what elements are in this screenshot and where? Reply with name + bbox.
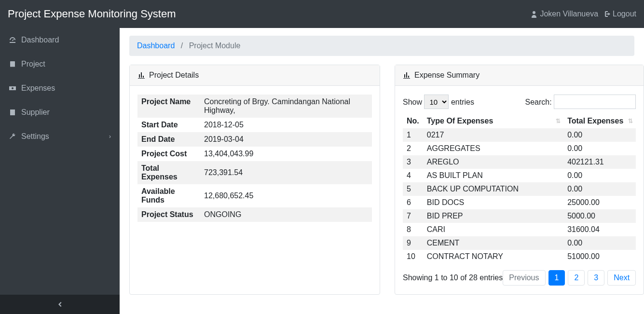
user-name: Joken Villanueva bbox=[540, 10, 598, 18]
datatable-controls: Show 10 entries Search: bbox=[403, 95, 636, 109]
sidebar-item-project[interactable]: Project bbox=[0, 52, 120, 76]
pagination-page-1[interactable]: 1 bbox=[548, 270, 565, 286]
project-detail-value: 12,680,652.45 bbox=[200, 184, 372, 207]
project-detail-label: Project Name bbox=[137, 95, 200, 118]
cell-no: 8 bbox=[403, 223, 423, 236]
project-detail-row: Start Date2018-12-05 bbox=[137, 118, 372, 132]
sidebar-item-supplier[interactable]: Supplier bbox=[0, 100, 120, 124]
cell-no: 2 bbox=[403, 142, 423, 155]
cell-type: AGGREGATES bbox=[423, 142, 563, 155]
cell-total: 51000.00 bbox=[563, 250, 636, 263]
project-detail-label: Total Expenses bbox=[137, 161, 200, 184]
project-detail-value: 2018-12-05 bbox=[200, 118, 372, 132]
project-details-card: Project Details Project NameConcreting o… bbox=[129, 65, 380, 295]
datatable-footer: Showing 1 to 10 of 28 entries Previous12… bbox=[403, 270, 636, 286]
cell-type: CONTRACT NOTARY bbox=[423, 250, 563, 263]
cell-total: 0.00 bbox=[563, 142, 636, 155]
cell-total: 402121.31 bbox=[563, 155, 636, 169]
breadcrumb-home[interactable]: Dashboard bbox=[137, 41, 175, 50]
project-detail-label: Project Status bbox=[137, 207, 200, 222]
pagination-next[interactable]: Next bbox=[607, 270, 636, 286]
cell-type: AREGLO bbox=[423, 155, 563, 169]
bar-chart-icon bbox=[403, 71, 411, 79]
cell-total: 0.00 bbox=[563, 182, 636, 196]
cell-type: AS BUILT PLAN bbox=[423, 169, 563, 182]
cell-no: 7 bbox=[403, 209, 423, 223]
sidebar: DashboardProjectExpensesSupplierSettings… bbox=[0, 28, 120, 314]
topbar: Project Expense Monitoring System Joken … bbox=[0, 0, 644, 28]
wrench-icon bbox=[9, 133, 16, 140]
logout-link[interactable]: Logout bbox=[603, 10, 636, 18]
sort-icon: ⇅ bbox=[556, 118, 561, 124]
table-row: 8CARI31600.04 bbox=[403, 223, 636, 236]
project-detail-row: Available Funds12,680,652.45 bbox=[137, 184, 372, 207]
project-detail-value: ONGOING bbox=[200, 207, 372, 222]
main-content: Dashboard / Project Module Project Detai… bbox=[120, 28, 644, 314]
user-link[interactable]: Joken Villanueva bbox=[530, 10, 598, 18]
entries-label: entries bbox=[451, 98, 474, 106]
sidebar-item-label: Project bbox=[21, 60, 45, 68]
cell-no: 4 bbox=[403, 169, 423, 182]
dashboard-icon bbox=[9, 36, 16, 44]
search-input[interactable] bbox=[554, 95, 636, 109]
project-detail-row: Project Cost13,404,043.99 bbox=[137, 147, 372, 161]
sidebar-item-label: Expenses bbox=[21, 84, 55, 93]
length-select[interactable]: 10 bbox=[424, 95, 449, 109]
cell-total: 31600.04 bbox=[563, 223, 636, 236]
cell-total: 0.00 bbox=[563, 236, 636, 250]
project-detail-row: End Date2019-03-04 bbox=[137, 132, 372, 147]
project-detail-value: 13,404,043.99 bbox=[200, 147, 372, 161]
cell-no: 1 bbox=[403, 128, 423, 142]
project-detail-row: Total Expenses723,391.54 bbox=[137, 161, 372, 184]
pagination-page-3[interactable]: 3 bbox=[588, 270, 604, 286]
chevron-left-icon bbox=[56, 300, 64, 308]
sidebar-item-label: Settings bbox=[21, 132, 49, 141]
cell-total: 25000.00 bbox=[563, 196, 636, 209]
project-detail-value: Concreting of Brgy. Camindangan National… bbox=[200, 95, 372, 118]
col-type[interactable]: Type Of Expenses⇅ bbox=[423, 114, 563, 128]
user-box: Joken Villanueva Logout bbox=[530, 10, 636, 18]
table-row: 6BID DOCS25000.00 bbox=[403, 196, 636, 209]
col-total[interactable]: Total Expenses⇅ bbox=[563, 114, 636, 128]
chevron-right-icon: › bbox=[109, 133, 111, 140]
sidebar-collapse-toggle[interactable] bbox=[0, 295, 120, 314]
breadcrumb-current: Project Module bbox=[189, 41, 241, 50]
breadcrumb: Dashboard / Project Module bbox=[129, 36, 634, 56]
project-details-title: Project Details bbox=[149, 71, 199, 80]
cell-no: 9 bbox=[403, 236, 423, 250]
project-detail-value: 723,391.54 bbox=[200, 161, 372, 184]
book-icon bbox=[9, 60, 16, 68]
sidebar-item-dashboard[interactable]: Dashboard bbox=[0, 28, 120, 52]
table-row: 102170.00 bbox=[403, 128, 636, 142]
datatable-info: Showing 1 to 10 of 28 entries bbox=[403, 273, 503, 282]
table-row: 2AGGREGATES0.00 bbox=[403, 142, 636, 155]
logout-icon bbox=[603, 10, 611, 18]
col-no[interactable]: No. bbox=[403, 114, 423, 128]
project-details-header: Project Details bbox=[130, 65, 380, 86]
cell-type: 0217 bbox=[423, 128, 563, 142]
cell-no: 10 bbox=[403, 250, 423, 263]
address-icon bbox=[9, 109, 16, 116]
show-label: Show bbox=[403, 98, 422, 106]
expense-summary-header: Expense Summary bbox=[395, 65, 644, 86]
bar-chart-icon bbox=[137, 71, 145, 79]
table-row: 4AS BUILT PLAN0.00 bbox=[403, 169, 636, 182]
project-detail-value: 2019-03-04 bbox=[200, 132, 372, 147]
project-detail-label: End Date bbox=[137, 132, 200, 147]
pagination-page-2[interactable]: 2 bbox=[568, 270, 585, 286]
project-detail-label: Available Funds bbox=[137, 184, 200, 207]
sidebar-item-settings[interactable]: Settings› bbox=[0, 124, 120, 149]
cell-type: CARI bbox=[423, 223, 563, 236]
cell-no: 6 bbox=[403, 196, 423, 209]
sidebar-item-expenses[interactable]: Expenses bbox=[0, 76, 120, 100]
cell-total: 0.00 bbox=[563, 128, 636, 142]
cell-type: BID PREP bbox=[423, 209, 563, 223]
expense-summary-title: Expense Summary bbox=[414, 71, 480, 80]
cell-type: CEMENT bbox=[423, 236, 563, 250]
cell-type: BACK UP COMPUTATION bbox=[423, 182, 563, 196]
sidebar-list: DashboardProjectExpensesSupplierSettings… bbox=[0, 28, 120, 295]
sort-icon: ⇅ bbox=[628, 118, 633, 124]
cell-total: 0.00 bbox=[563, 169, 636, 182]
table-row: 7BID PREP5000.00 bbox=[403, 209, 636, 223]
sidebar-item-label: Supplier bbox=[21, 108, 50, 117]
